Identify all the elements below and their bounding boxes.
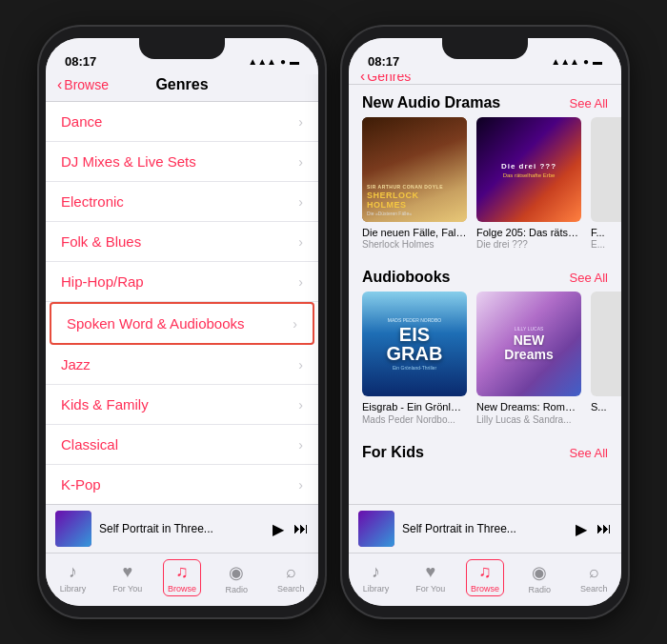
- search-icon-left: ⌕: [286, 562, 296, 582]
- genre-classical[interactable]: Classical ›: [46, 425, 318, 465]
- tab-bar-right: ♪ Library ♥ For You ♫ Browse ◉ Radio: [349, 553, 621, 606]
- genre-folk-chevron: ›: [298, 234, 303, 250]
- sherlock-title: Die neuen Fälle, Fall 4...: [362, 226, 467, 239]
- tab-library-label-left: Library: [60, 584, 87, 594]
- genre-electronic[interactable]: Electronic ›: [46, 182, 318, 222]
- newdreams-title: New Dreams: Roman...: [476, 400, 581, 413]
- forkids-title: For Kids: [362, 444, 424, 461]
- genre-dance-chevron: ›: [298, 114, 303, 130]
- genre-list: Dance › DJ Mixes & Live Sets › Electroni…: [46, 102, 318, 504]
- tab-browse-box-left: ♫ Browse: [163, 559, 201, 596]
- drei-artist: Die drei ???: [476, 239, 581, 250]
- browse-icon-right: ♫: [478, 562, 492, 582]
- skip-button-left[interactable]: ⏭: [293, 520, 309, 537]
- more-dramas-card: F... E...: [591, 117, 621, 250]
- status-time-right: 08:17: [368, 54, 399, 69]
- tab-foryou-label-right: For You: [415, 584, 445, 594]
- genre-dance[interactable]: Dance ›: [46, 102, 318, 142]
- screen-left: 08:17 ▲▲▲ ● ▬ ‹ Browse Genres: [46, 38, 318, 606]
- genre-kpop-label: K-Pop: [61, 476, 101, 493]
- audiobooks-title: Audiobooks: [362, 269, 450, 286]
- screen-right: 08:17 ▲▲▲ ● ▬ ‹ Genres New Audio Dramas: [349, 38, 621, 606]
- genre-spoken[interactable]: Spoken Word & Audiobooks ›: [50, 302, 314, 345]
- newdreams-card[interactable]: LILLY LUCAS NEWDreams New Dreams: Roman.…: [476, 292, 581, 424]
- audiobooks-see-all[interactable]: See All: [570, 271, 608, 285]
- sherlock-artist: Sherlock Holmes: [362, 239, 467, 250]
- genre-classical-chevron: ›: [298, 437, 303, 453]
- genre-classical-label: Classical: [61, 436, 118, 453]
- genre-spoken-chevron: ›: [293, 316, 297, 332]
- genre-jazz[interactable]: Jazz ›: [46, 345, 318, 385]
- audio-dramas-title: New Audio Dramas: [362, 94, 500, 111]
- mini-player-left[interactable]: Self Portrait in Three... ▶ ⏭: [46, 504, 318, 553]
- status-icons-left: ▲▲▲ ● ▬: [248, 56, 299, 67]
- mini-player-controls-left: ▶ ⏭: [273, 520, 309, 538]
- tab-foryou-left[interactable]: ♥ For You: [104, 562, 152, 594]
- genre-spoken-label: Spoken Word & Audiobooks: [67, 315, 245, 332]
- forkids-see-all[interactable]: See All: [570, 446, 608, 460]
- mini-player-art-right: [358, 511, 394, 547]
- audiobooks-list: MADS PEDER NORDBO EISGRAB Ein Grönland-T…: [349, 292, 621, 433]
- audio-dramas-see-all[interactable]: See All: [570, 96, 608, 111]
- tab-radio-right[interactable]: ◉ Radio: [515, 562, 563, 594]
- genre-jazz-label: Jazz: [61, 356, 91, 372]
- more-audiobooks-art: [591, 292, 621, 396]
- more-audiobooks-card: S...: [591, 292, 621, 424]
- audio-dramas-header: New Audio Dramas See All: [349, 85, 621, 117]
- foryou-icon-right: ♥: [425, 562, 435, 582]
- eisgrab-title: Eisgrab - Ein Grönlan...: [362, 400, 467, 413]
- battery-icon-right: ▬: [593, 56, 602, 67]
- eisgrab-artist: Mads Peder Nordbo...: [362, 414, 467, 425]
- tab-search-left[interactable]: ⌕ Search: [267, 562, 314, 594]
- audiobooks-header: Audiobooks See All: [349, 259, 621, 292]
- drei-title: Folge 205: Das rätsel...: [476, 226, 581, 239]
- eisgrab-art: MADS PEDER NORDBO EISGRAB Ein Grönland-T…: [362, 292, 467, 396]
- back-label-left: Browse: [64, 77, 109, 92]
- back-button-left[interactable]: ‹ Browse: [57, 76, 109, 93]
- mini-player-right[interactable]: Self Portrait in Three... ▶ ⏭: [349, 504, 621, 553]
- library-icon-left: ♪: [69, 562, 77, 582]
- tab-foryou-label-left: For You: [112, 584, 142, 594]
- tab-library-right[interactable]: ♪ Library: [353, 562, 400, 594]
- foryou-icon-left: ♥: [122, 562, 132, 582]
- tab-search-right[interactable]: ⌕ Search: [570, 562, 617, 594]
- genre-hiphop-label: Hip-Hop/Rap: [61, 273, 144, 290]
- tab-foryou-right[interactable]: ♥ For You: [407, 562, 455, 594]
- drei-card[interactable]: Die drei ??? Das rätselhafte Erbe Folge …: [476, 117, 581, 250]
- tab-bar-left: ♪ Library ♥ For You ♫ Browse ◉ Radio: [46, 553, 318, 606]
- tab-library-label-right: Library: [363, 584, 390, 594]
- genre-hiphop[interactable]: Hip-Hop/Rap ›: [46, 262, 318, 302]
- tab-radio-label-left: Radio: [225, 585, 248, 594]
- genre-folk[interactable]: Folk & Blues ›: [46, 222, 318, 262]
- play-button-right[interactable]: ▶: [576, 520, 587, 538]
- genre-jazz-chevron: ›: [298, 357, 303, 372]
- notch-left: [139, 38, 225, 59]
- skip-button-right[interactable]: ⏭: [596, 520, 612, 537]
- play-button-left[interactable]: ▶: [273, 520, 284, 538]
- library-icon-right: ♪: [372, 562, 380, 582]
- mini-player-controls-right: ▶ ⏭: [576, 520, 612, 538]
- tab-library-left[interactable]: ♪ Library: [50, 562, 97, 594]
- more-dramas-art: [591, 117, 621, 222]
- tab-browse-label-left: Browse: [168, 584, 196, 594]
- sherlock-card[interactable]: Sir Arthur Conan Doyle SHERLOCKHOLMES Di…: [362, 117, 467, 250]
- genre-kids-label: Kids & Family: [61, 396, 149, 413]
- tab-browse-right[interactable]: ♫ Browse: [461, 559, 509, 596]
- mini-player-art-left: [55, 511, 91, 547]
- tab-browse-left[interactable]: ♫ Browse: [158, 559, 206, 596]
- search-icon-right: ⌕: [589, 562, 599, 582]
- genre-folk-label: Folk & Blues: [61, 233, 141, 250]
- more-dramas-title: F...: [591, 226, 621, 239]
- radio-icon-left: ◉: [229, 562, 244, 583]
- tab-radio-left[interactable]: ◉ Radio: [212, 562, 260, 594]
- genre-djmixes[interactable]: DJ Mixes & Live Sets ›: [46, 142, 318, 182]
- genre-hiphop-chevron: ›: [298, 274, 303, 290]
- browse-content-right: New Audio Dramas See All Sir Arthur Cona…: [349, 85, 621, 504]
- genre-kpop[interactable]: K-Pop ›: [46, 465, 318, 504]
- eisgrab-card[interactable]: MADS PEDER NORDBO EISGRAB Ein Grönland-T…: [362, 292, 467, 424]
- genre-kids[interactable]: Kids & Family ›: [46, 385, 318, 425]
- drei-art: Die drei ??? Das rätselhafte Erbe: [476, 117, 581, 222]
- phone-left: 08:17 ▲▲▲ ● ▬ ‹ Browse Genres: [39, 27, 325, 617]
- chevron-left-icon: ‹: [57, 76, 62, 93]
- genre-djmixes-label: DJ Mixes & Live Sets: [61, 153, 196, 170]
